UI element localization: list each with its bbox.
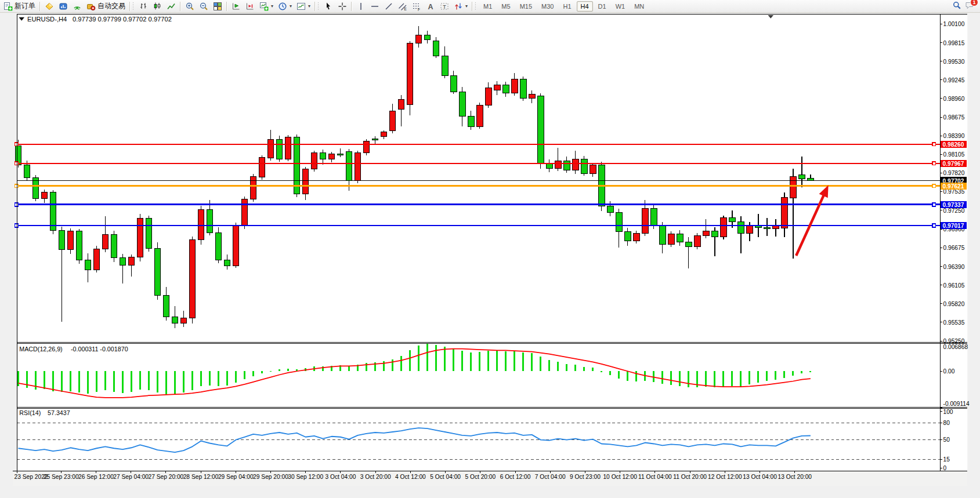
macd-histogram-bar xyxy=(444,347,446,372)
tf-m30[interactable]: M30 xyxy=(537,1,558,12)
signal-icon xyxy=(73,2,82,11)
macd-histogram-bar xyxy=(287,369,289,371)
macd-histogram-bar xyxy=(679,371,681,386)
hline-button[interactable] xyxy=(368,0,382,13)
line-chart-button[interactable] xyxy=(164,0,178,13)
pane-border xyxy=(17,14,967,14)
tf-h4[interactable]: H4 xyxy=(577,1,593,12)
candle xyxy=(694,233,700,249)
pane-border xyxy=(17,343,967,344)
time-axis-label: 29 Sep 20:00 xyxy=(253,474,288,480)
price-axis-label: 0.97250 xyxy=(943,208,964,214)
signal-button[interactable] xyxy=(70,0,84,13)
chevron-down-icon[interactable]: ▾ xyxy=(271,3,273,9)
tile-windows-button[interactable] xyxy=(211,0,225,13)
line-anchor[interactable] xyxy=(932,224,936,227)
candle xyxy=(146,216,152,252)
macd-histogram-bar xyxy=(174,371,176,394)
macd-histogram-bar xyxy=(122,371,124,393)
macd-histogram-bar xyxy=(601,371,602,372)
arrows-icon xyxy=(454,2,463,11)
tf-h1[interactable]: H1 xyxy=(559,1,575,12)
tf-w1[interactable]: W1 xyxy=(612,1,630,12)
vline-button[interactable] xyxy=(354,0,368,13)
new-order-button[interactable]: 新订单 xyxy=(1,0,38,13)
chart-shift-button[interactable] xyxy=(243,0,257,13)
line-anchor[interactable] xyxy=(15,184,19,188)
candle xyxy=(233,223,239,268)
line-chart-icon xyxy=(167,2,176,11)
line-anchor[interactable] xyxy=(932,143,936,146)
fibonacci-icon: F xyxy=(412,2,421,11)
macd-histogram-bar xyxy=(757,371,759,383)
macd-histogram-bar xyxy=(609,371,611,375)
zoom-in-button[interactable] xyxy=(183,0,197,13)
macd-histogram-bar xyxy=(531,353,533,371)
template-button[interactable]: ▾ xyxy=(294,0,313,13)
price-axis-label: 0.99815 xyxy=(943,40,964,46)
macd-histogram-bar xyxy=(801,371,802,373)
label-button[interactable]: T xyxy=(437,0,451,13)
chevron-down-icon[interactable]: ▾ xyxy=(308,3,310,9)
line-anchor[interactable] xyxy=(15,143,19,146)
new-chart-button[interactable]: ▾ xyxy=(257,0,276,13)
time-axis-label: 29 Sep 04:00 xyxy=(218,474,254,480)
trendline-icon xyxy=(384,2,393,11)
tf-m15[interactable]: M15 xyxy=(516,1,536,12)
toolbar-separator xyxy=(226,2,227,11)
macd-histogram-bar xyxy=(104,371,106,390)
toolbar-drag-handle xyxy=(133,2,135,10)
label-icon: T xyxy=(440,2,449,11)
price-axis-label: 0.96675 xyxy=(943,245,964,251)
time-axis-label: 5 Oct 20:00 xyxy=(465,474,496,480)
macd-histogram-bar xyxy=(26,371,28,388)
text-button[interactable]: A xyxy=(424,0,437,13)
toolbar-drag-handle xyxy=(318,2,320,10)
line-anchor[interactable] xyxy=(932,162,936,165)
macd-histogram-bar xyxy=(557,362,559,372)
line-anchor[interactable] xyxy=(15,224,19,227)
rsi-axis-label: 80 xyxy=(943,420,950,426)
price-axis-label: 0.97820 xyxy=(943,170,964,176)
toolbar-group: EFAT▾ xyxy=(354,0,470,13)
macd-histogram-bar xyxy=(157,371,158,392)
chart-canvas[interactable]: 1.001000.998150.995300.992450.989600.986… xyxy=(0,13,980,498)
line-anchor[interactable] xyxy=(932,203,936,206)
tf-m1[interactable]: M1 xyxy=(479,1,496,12)
zoom-out-icon xyxy=(199,2,208,11)
fibonacci-button[interactable]: F xyxy=(410,0,424,13)
time-axis-label: 7 Oct 04:00 xyxy=(535,474,566,480)
auto-scroll-icon xyxy=(232,2,241,11)
template-icon xyxy=(296,2,306,11)
time-axis-label: 12 Oct 12:00 xyxy=(708,474,742,480)
price-axis-label: 0.98105 xyxy=(943,151,964,158)
zoom-out-button[interactable] xyxy=(197,0,211,13)
cursor-button[interactable] xyxy=(321,0,335,13)
period-button[interactable]: ▾ xyxy=(276,0,294,13)
auto-scroll-button[interactable] xyxy=(229,0,243,13)
chevron-down-icon[interactable]: ▾ xyxy=(465,3,468,9)
arrows-button[interactable]: ▾ xyxy=(451,0,470,13)
auto-trading-button[interactable]: 自动交易 xyxy=(84,0,128,13)
pane-border xyxy=(17,14,17,471)
tf-mn[interactable]: MN xyxy=(630,1,648,12)
tf-m5[interactable]: M5 xyxy=(497,1,514,12)
chevron-down-icon[interactable]: ▾ xyxy=(290,3,292,9)
zoom-in-icon xyxy=(185,2,194,11)
macd-histogram-bar xyxy=(487,351,489,371)
channel-button[interactable]: E xyxy=(396,0,410,13)
price-tag-0.98260: 0.98260 xyxy=(941,141,967,148)
bar-chart-button[interactable] xyxy=(136,0,150,13)
candlestick-button[interactable] xyxy=(150,0,164,13)
chat-button[interactable]: 1 xyxy=(965,1,974,12)
market-watch-button[interactable] xyxy=(56,0,70,13)
trendline-button[interactable] xyxy=(382,0,396,13)
crosshair-button[interactable] xyxy=(335,0,349,13)
price-tag-text: 0.98260 xyxy=(942,141,964,148)
tf-d1[interactable]: D1 xyxy=(594,1,610,12)
line-anchor[interactable] xyxy=(932,184,936,188)
metaeditor-button[interactable] xyxy=(42,0,56,13)
search-button[interactable] xyxy=(952,1,961,12)
line-anchor[interactable] xyxy=(15,203,19,206)
line-anchor[interactable] xyxy=(15,162,19,165)
